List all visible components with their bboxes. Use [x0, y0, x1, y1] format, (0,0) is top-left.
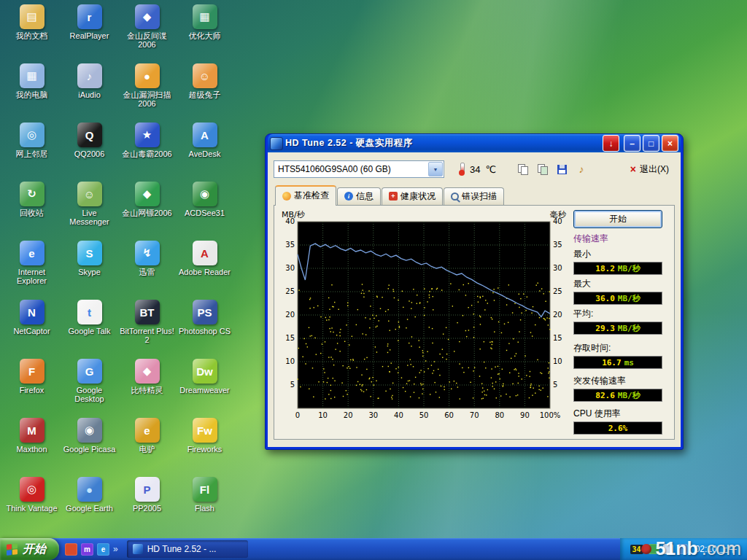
window-body: HTS541060G9SA00 (60 GB) ▼ 34 ℃ ♪ × 退出(X): [268, 152, 681, 447]
desktop-icon-thunder[interactable]: ↯迅雷: [118, 241, 176, 300]
desktop-icon-qq2006[interactable]: QQQ2006: [61, 122, 118, 182]
desktop-icon-youhua-dashi[interactable]: ▦优化大师: [176, 4, 233, 63]
desktop-icon-thinkvantage[interactable]: ◎Think Vantage: [3, 477, 61, 536]
desktop-icon-my-documents[interactable]: ▤我的文档: [3, 4, 61, 63]
desktop-icon-label: RealPlayer: [70, 31, 109, 40]
desktop-icon-kingsoft-antispy[interactable]: ◆金山反间谍2006: [118, 4, 176, 63]
firefox-icon: F: [20, 359, 44, 384]
burst-rate-value: 82.6 MB/秒: [573, 389, 662, 402]
desktop-icon-recycle-bin[interactable]: ↻回收站: [3, 182, 61, 241]
svg-text:5: 5: [553, 381, 557, 389]
desktop-icon-kingsoft-antivirus[interactable]: ★金山毒霸2006: [118, 122, 176, 182]
update-arrow-button[interactable]: ↓: [603, 135, 619, 152]
drive-select-value: HTS541060G9SA00 (60 GB): [274, 164, 427, 174]
desktop-icon-pp2005[interactable]: PPP2005: [118, 477, 176, 536]
svg-text:10: 10: [318, 411, 328, 419]
desktop-icon-label: 金山毒霸2006: [122, 149, 171, 158]
desktop-icon-emule[interactable]: e电驴: [118, 418, 176, 477]
tab-error-scan[interactable]: 错误扫描: [444, 187, 504, 205]
desktop-icon-label: 金山网镖2006: [122, 209, 171, 217]
desktop-icon-label: NetCaptor: [13, 327, 50, 335]
min-label: 最小: [573, 248, 662, 260]
close-button[interactable]: ×: [662, 135, 678, 152]
desktop-icon-google-desktop[interactable]: GGoogle Desktop: [61, 359, 118, 418]
quicklaunch-media-icon[interactable]: [65, 543, 77, 556]
quicklaunch-ie-icon[interactable]: e: [97, 543, 109, 556]
drive-temperature: 34 ℃: [460, 163, 496, 176]
desktop-icon-netcaptor[interactable]: NNetCaptor: [3, 300, 61, 359]
desktop-icon-label: Google Picasa: [63, 445, 116, 454]
desktop-icon-firefox[interactable]: FFirefox: [3, 359, 61, 418]
desktop-icon-photoshop-cs[interactable]: PSPhotoshop CS: [176, 300, 233, 359]
svg-text:25: 25: [285, 287, 295, 295]
copy-text-button[interactable]: [515, 163, 530, 176]
start-button[interactable]: 开始: [0, 538, 59, 560]
watermark: 51nb .com: [641, 538, 741, 559]
copy-text-icon: [518, 164, 527, 174]
hdtune-window: HD Tune 2.52 - 硬盘实用程序 ↓ – □ × HTS541060G…: [265, 133, 684, 450]
tab-info[interactable]: 信息: [337, 187, 381, 205]
drive-select[interactable]: HTS541060G9SA00 (60 GB) ▼: [274, 160, 444, 178]
sound-button[interactable]: ♪: [574, 163, 589, 176]
desktop-icon-internet-explorer[interactable]: eInternet Explorer: [3, 241, 61, 300]
desktop-icon-live-messenger[interactable]: ☺Live Messenger: [61, 182, 118, 241]
desktop-icon-google-talk[interactable]: tGoogle Talk: [61, 300, 118, 359]
desktop-icon-label: 我的电脑: [16, 90, 48, 99]
desktop-icon-label: AveDesk: [189, 149, 221, 158]
titlebar[interactable]: HD Tune 2.52 - 硬盘实用程序 ↓ – □ ×: [268, 134, 681, 152]
desktop-icon-maxthon[interactable]: MMaxthon: [3, 418, 61, 477]
desktop-icon-realplayer[interactable]: rRealPlayer: [61, 4, 118, 63]
tab-benchmark[interactable]: 基准检查: [275, 185, 336, 206]
maximize-button[interactable]: □: [643, 135, 659, 152]
desktop-icon-flash[interactable]: FlFlash: [176, 477, 233, 536]
quick-launch: me »: [59, 538, 124, 560]
desktop-icon-avedesk[interactable]: AAveDesk: [176, 122, 233, 182]
desktop-icon-google-picasa[interactable]: ◉Google Picasa: [61, 418, 118, 477]
google-desktop-icon: G: [77, 359, 102, 384]
desktop-icon-acdsee[interactable]: ◉ACDSee31: [176, 182, 233, 241]
desktop-icon-label: 优化大师: [189, 31, 221, 40]
desktop-icon-label: 网上邻居: [16, 149, 48, 158]
quicklaunch-maxthon-icon[interactable]: m: [81, 543, 93, 556]
start-benchmark-button[interactable]: 开始: [573, 210, 662, 228]
desktop-icon-label: 超级兔子: [189, 90, 221, 99]
svg-text:25: 25: [553, 287, 562, 295]
watermark-logo-icon: [641, 544, 651, 554]
desktop-icon-bitspirit[interactable]: ◆比特精灵: [118, 359, 176, 418]
desktop-icon-my-computer[interactable]: ▦我的电脑: [3, 63, 61, 122]
acdsee-icon: ◉: [193, 182, 217, 206]
desktop-icon-kingsoft-vulnscan[interactable]: ●金山漏洞扫描2006: [118, 63, 176, 122]
taskbar-button-hdtune[interactable]: HD Tune 2.52 - ...: [127, 540, 248, 558]
desktop-icon-skype[interactable]: SSkype: [61, 241, 118, 300]
avedesk-icon: A: [193, 122, 217, 147]
exit-button[interactable]: × 退出(X): [624, 162, 675, 177]
svg-text:10: 10: [285, 357, 295, 365]
youhua-dashi-icon: ▦: [193, 4, 217, 29]
desktop-icon-label: Google Earth: [66, 504, 113, 513]
desktop-icon-network-places[interactable]: ◎网上邻居: [3, 122, 61, 182]
svg-text:40: 40: [394, 411, 403, 419]
desktop-icon-iaudio[interactable]: ♪iAudio: [61, 63, 118, 122]
svg-text:0: 0: [295, 411, 300, 419]
desktop-icon-adobe-reader[interactable]: AAdobe Reader: [176, 241, 233, 300]
quick-launch-more-icon[interactable]: »: [113, 544, 118, 554]
burst-rate-label: 突发传输速率: [573, 375, 662, 387]
temperature-value: 34: [470, 164, 480, 175]
desktop-icon-label: 金山反间谍2006: [120, 31, 175, 49]
chevron-down-icon[interactable]: ▼: [428, 162, 443, 176]
hdtune-task-icon: [133, 544, 143, 554]
tab-health[interactable]: 健康状况: [382, 187, 443, 205]
desktop-icon-grid[interactable]: ▤我的文档▦我的电脑◎网上邻居↻回收站eInternet ExplorerNNe…: [3, 4, 233, 536]
desktop-icon-kingsoft-netguard[interactable]: ◆金山网镖2006: [118, 182, 176, 241]
desktop-icon-fireworks[interactable]: FwFireworks: [176, 418, 233, 477]
skype-icon: S: [77, 241, 102, 265]
desktop-icon-dreamweaver[interactable]: DwDreamweaver: [176, 359, 233, 418]
copy-image-button[interactable]: [535, 163, 549, 176]
desktop-icon-label: Live Messenger: [62, 209, 117, 226]
svg-text:50: 50: [419, 411, 429, 419]
desktop-icon-bittorrent-plus[interactable]: BTBitTorrent Plus! 2: [118, 300, 176, 359]
desktop-icon-google-earth[interactable]: ●Google Earth: [61, 477, 118, 536]
minimize-button[interactable]: –: [624, 135, 640, 152]
desktop-icon-super-rabbit[interactable]: ☺超级兔子: [176, 63, 233, 122]
save-button[interactable]: [554, 163, 569, 176]
